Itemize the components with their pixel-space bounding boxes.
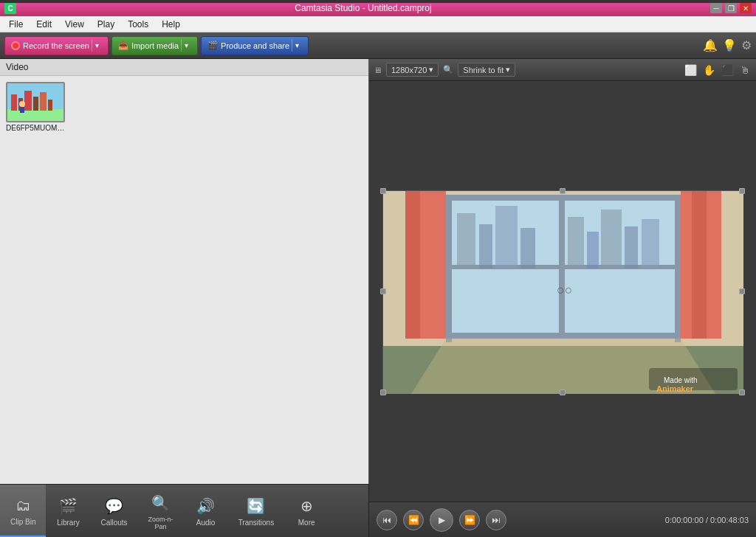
preview-icon-3[interactable]: ⬛ — [720, 63, 735, 77]
svg-point-8 — [19, 101, 25, 107]
tool-callouts[interactable]: 💬 Callouts — [90, 485, 137, 537]
lightbulb-icon[interactable]: 💡 — [722, 38, 737, 52]
main-toolbar: Record the screen ▾ 📥 Import media ▾ 🎬 P… — [0, 32, 756, 59]
svg-rect-30 — [625, 226, 638, 268]
app-icon: C — [4, 2, 16, 14]
preview-image: Made with Animaker ○○ — [382, 190, 743, 393]
forward-button[interactable]: ⏩ — [459, 510, 480, 530]
callouts-icon: 💬 — [103, 495, 126, 517]
selection-handle-mr[interactable] — [739, 288, 745, 294]
import-arrow[interactable]: ▾ — [181, 39, 191, 52]
tool-audio[interactable]: 🔊 Audio — [184, 485, 228, 537]
preview-canvas: Made with Animaker ○○ — [369, 81, 756, 502]
preview-panel: 🖥 1280x720 ▾ 🔍 Shrink to fit ▾ ⬜ ✋ ⬛ 🖱 — [369, 59, 756, 537]
import-button[interactable]: 📥 Import media ▾ — [111, 36, 198, 55]
svg-rect-27 — [568, 217, 584, 268]
produce-icon: 🎬 — [207, 41, 218, 50]
zoom-pan-icon: 🔍 — [150, 492, 172, 514]
settings-icon[interactable]: ⚙ — [741, 38, 752, 52]
svg-rect-23 — [457, 213, 475, 268]
clip-bin-content: DE6FP5MUOM9O... — [0, 76, 368, 484]
transitions-label: Transitions — [238, 519, 275, 527]
record-button[interactable]: Record the screen ▾ — [4, 36, 109, 55]
time-display: 0:00:00:00 / 0:00:48:03 — [665, 516, 749, 524]
svg-rect-6 — [40, 92, 47, 111]
svg-rect-31 — [642, 219, 659, 268]
clip-bin-label: Clip Bin — [10, 518, 35, 526]
back-button[interactable]: ⏪ — [403, 510, 424, 530]
fit-button[interactable]: Shrink to fit ▾ — [458, 63, 515, 77]
record-arrow[interactable]: ▾ — [92, 39, 102, 52]
menu-bar: File Edit View Play Tools Help — [0, 16, 756, 32]
callouts-label: Callouts — [100, 519, 127, 527]
tool-library[interactable]: 🎬 Library — [46, 485, 90, 537]
menu-view[interactable]: View — [59, 18, 90, 31]
resolution-text: 1280x720 — [391, 66, 427, 75]
tool-clip-bin[interactable]: 🗂 Clip Bin — [0, 485, 46, 537]
media-clip-name: DE6FP5MUOM9O... — [6, 124, 65, 132]
close-button[interactable]: ✕ — [740, 3, 752, 13]
search-preview-icon: 🔍 — [443, 65, 453, 75]
main-content: Video — [0, 59, 756, 537]
svg-text:○○: ○○ — [557, 283, 573, 297]
svg-rect-28 — [587, 232, 599, 268]
svg-rect-9 — [20, 107, 24, 113]
svg-rect-5 — [33, 97, 38, 111]
selection-handle-bl[interactable] — [380, 389, 386, 395]
fit-label: Shrink to fit — [463, 66, 504, 75]
library-icon: 🎬 — [57, 495, 79, 517]
rewind-button[interactable]: ⏮ — [377, 510, 397, 530]
tools-panel: 🗂 Clip Bin 🎬 Library 💬 Callouts 🔍 Zoom-n… — [0, 484, 369, 537]
svg-rect-7 — [48, 100, 52, 111]
more-icon: ⊕ — [295, 495, 317, 517]
menu-play[interactable]: Play — [92, 18, 120, 31]
play-button[interactable]: ▶ — [430, 508, 453, 532]
selection-handle-tr[interactable] — [739, 188, 745, 194]
clip-bin-icon: 🗂 — [12, 494, 34, 516]
selection-handle-ml[interactable] — [380, 288, 386, 294]
restore-button[interactable]: ❐ — [725, 3, 737, 13]
selection-handle-bm[interactable] — [560, 389, 566, 395]
svg-rect-1 — [7, 109, 65, 122]
selection-handle-tm[interactable] — [560, 188, 566, 194]
produce-button[interactable]: 🎬 Produce and share ▾ — [201, 36, 309, 55]
svg-rect-2 — [11, 94, 17, 111]
scrubber-track[interactable] — [0, 0, 756, 3]
svg-rect-24 — [479, 224, 492, 268]
minimize-button[interactable]: ─ — [710, 3, 722, 13]
more-label: More — [298, 519, 315, 527]
preview-icon-4[interactable]: 🖱 — [738, 63, 752, 77]
preview-icon-1[interactable]: ⬜ — [683, 63, 698, 77]
svg-text:Made with: Made with — [664, 376, 698, 384]
audio-icon: 🔊 — [195, 495, 217, 517]
end-button[interactable]: ⏭ — [486, 510, 506, 530]
media-clip[interactable]: DE6FP5MUOM9O... — [6, 82, 65, 478]
tool-zoom-pan[interactable]: 🔍 Zoom-n-Pan — [138, 485, 184, 537]
selection-handle-tl[interactable] — [380, 188, 386, 194]
fit-arrow: ▾ — [506, 65, 510, 75]
preview-toolbar: 🖥 1280x720 ▾ 🔍 Shrink to fit ▾ ⬜ ✋ ⬛ 🖱 — [369, 59, 756, 81]
menu-help[interactable]: Help — [156, 18, 186, 31]
resolution-button[interactable]: 1280x720 ▾ — [386, 63, 439, 77]
left-panel: Video — [0, 59, 369, 537]
svg-rect-29 — [601, 209, 622, 268]
produce-arrow[interactable]: ▾ — [292, 39, 302, 52]
tool-more[interactable]: ⊕ More — [284, 485, 329, 537]
preview-screen-icon: 🖥 — [374, 66, 382, 75]
record-icon — [11, 41, 20, 50]
library-label: Library — [57, 519, 80, 527]
preview-icon-2[interactable]: ✋ — [701, 63, 717, 77]
menu-edit[interactable]: Edit — [30, 18, 58, 31]
notification-icon[interactable]: 🔔 — [703, 38, 718, 52]
clip-bin-area: Video — [0, 59, 369, 484]
svg-rect-26 — [520, 228, 535, 268]
svg-text:Animaker: Animaker — [656, 384, 694, 393]
selection-handle-br[interactable] — [739, 389, 745, 395]
menu-tools[interactable]: Tools — [122, 18, 154, 31]
audio-label: Audio — [196, 519, 216, 527]
svg-rect-15 — [692, 191, 707, 339]
transitions-icon: 🔄 — [245, 495, 267, 517]
menu-file[interactable]: File — [3, 18, 29, 31]
tool-transitions[interactable]: 🔄 Transitions — [228, 485, 285, 537]
resolution-arrow: ▾ — [429, 65, 433, 75]
